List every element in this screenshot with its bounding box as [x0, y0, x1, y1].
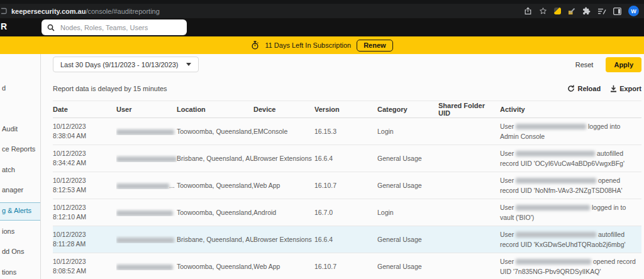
main-panel: Last 30 Days (9/11/2023 - 10/13/2023) Re… [41, 54, 644, 279]
redacted-user-email [116, 265, 173, 270]
export-button[interactable]: Export [610, 85, 641, 92]
cell-version: 16.10.7 [314, 182, 377, 189]
cell-activity: User autofilled record UID 'KxGDwSeUhdTQ… [500, 229, 641, 250]
column-header-date[interactable]: Date [53, 106, 116, 113]
cell-date: 10/12/20238:34:42 AM [53, 149, 116, 168]
reload-button[interactable]: Reload [567, 85, 601, 92]
cell-user: ... [116, 182, 177, 189]
global-search[interactable] [42, 19, 187, 35]
sidebar-item[interactable]: atch [2, 166, 15, 173]
table-row[interactable]: 10/12/20238:38:04 AMToowoomba, Queenslan… [53, 118, 641, 145]
filter-row: Last 30 Days (9/11/2023 - 10/13/2023) Re… [53, 56, 641, 73]
cell-user: u [116, 155, 177, 162]
table-row[interactable]: 10/12/20238:12:53 AM...Toowoomba, Queens… [53, 172, 641, 199]
url-domain: keepersecurity.com.au [11, 8, 86, 15]
cell-device: Browser Extensions [253, 155, 314, 162]
delay-notice: Report data is delayed by 15 minutes [53, 85, 167, 92]
cell-location: Toowoomba, Queensland, AU [177, 128, 253, 135]
cell-category: General Usage [377, 182, 438, 189]
reading-list-icon[interactable] [597, 8, 606, 15]
renew-button[interactable]: Renew [357, 40, 392, 52]
cell-device: Web App [253, 263, 314, 270]
cell-version: 16.15.3 [314, 128, 377, 135]
search-icon [47, 24, 55, 31]
sidebar-item[interactable]: anager [2, 186, 23, 194]
subscription-message: 11 Days Left In Subscription [265, 41, 351, 49]
redacted-activity-user [516, 151, 595, 156]
cell-location: Brisbane, Queensland, AU [177, 155, 253, 162]
table-row[interactable]: 10/12/20238:12:10 AMToowoomba, Queenslan… [53, 199, 641, 226]
cell-activity: User autofilled record UID 'OCyI6VuCw4aB… [500, 148, 641, 169]
cell-activity: User opened record UID '7n835NG-Pbv9QRDS… [500, 256, 641, 277]
url-path: /console/#auditreporting [86, 8, 159, 15]
pen-extension-icon[interactable] [568, 8, 575, 15]
redacted-activity-user [516, 205, 590, 211]
bookmark-star-icon[interactable] [539, 7, 547, 15]
cell-category: General Usage [377, 263, 438, 270]
column-header-shared-folder-uid[interactable]: Shared Folder UID [438, 102, 500, 117]
notice-row: Report data is delayed by 15 minutes Rel… [53, 84, 641, 94]
sidebar-item[interactable]: Audit [2, 125, 18, 133]
sidebar-item[interactable]: dd Ons [2, 248, 24, 255]
cell-device: Android [253, 209, 314, 216]
side-panel-icon[interactable] [613, 8, 621, 15]
share-icon[interactable] [524, 7, 532, 15]
sidebar-item[interactable]: ce Reports [2, 145, 35, 153]
cell-location: Toowoomba, Queensland, AU [177, 209, 253, 216]
cell-version: 16.7.0 [314, 209, 377, 216]
column-header-category[interactable]: Category [377, 106, 438, 113]
column-header-user[interactable]: User [116, 106, 177, 113]
table-row[interactable]: 10/12/20238:08:52 AMToowoomba, Queenslan… [53, 253, 641, 279]
browser-address-bar: keepersecurity.com.au/console/#auditrepo… [0, 0, 644, 18]
reload-icon [567, 85, 575, 92]
cell-version: 16.6.4 [314, 155, 377, 162]
table-body: 10/12/20238:38:04 AMToowoomba, Queenslan… [53, 118, 641, 279]
site-info-icon[interactable] [1, 8, 8, 14]
search-input[interactable] [59, 23, 181, 32]
table-row[interactable]: 10/12/20238:34:42 AMuBrisbane, Queenslan… [53, 145, 641, 172]
sidebar-item[interactable]: g & Alerts [2, 207, 31, 214]
date-range-label: Last 30 Days (9/11/2023 - 10/13/2023) [60, 61, 179, 68]
cell-user [116, 128, 177, 135]
keeper-extension-icon[interactable] [554, 8, 561, 14]
redacted-user-email [116, 183, 169, 189]
apply-button[interactable]: Apply [606, 57, 641, 72]
redacted-user-email [116, 129, 174, 135]
cell-date: 10/12/20238:08:52 AM [53, 257, 116, 276]
column-header-location[interactable]: Location [177, 106, 253, 113]
redacted-user-email [116, 156, 177, 162]
column-header-version[interactable]: Version [314, 106, 377, 113]
cell-category: Login [377, 128, 438, 135]
cell-location: Toowoomba, Queensland, AU [177, 263, 253, 270]
redacted-activity-user [516, 124, 586, 129]
cell-user [116, 236, 177, 243]
redacted-activity-user [516, 178, 596, 183]
date-range-dropdown[interactable]: Last 30 Days (9/11/2023 - 10/13/2023) [53, 57, 199, 72]
cell-activity: User logged in to vault ('BIO') [500, 202, 641, 223]
audit-table: Date User Location Device Version Catego… [53, 101, 641, 279]
browser-profile-avatar[interactable]: W [628, 6, 639, 16]
cell-user [116, 263, 177, 270]
sidebar-item[interactable]: ions [2, 227, 14, 235]
timer-icon [251, 41, 259, 50]
cell-device: EMConsole [253, 128, 314, 135]
sidebar-item[interactable]: tions [2, 268, 16, 276]
sidebar-item[interactable]: d [2, 84, 6, 92]
url-text[interactable]: keepersecurity.com.au/console/#auditrepo… [11, 8, 160, 15]
cell-version: 16.6.4 [314, 236, 377, 243]
extensions-puzzle-icon[interactable] [582, 7, 591, 15]
reset-button[interactable]: Reset [568, 58, 601, 72]
cell-version: 16.10.7 [314, 263, 377, 270]
column-header-device[interactable]: Device [253, 106, 314, 113]
cell-device: Browser Extensions [253, 236, 314, 243]
cell-date: 10/12/20238:11:28 AM [53, 230, 116, 249]
table-row[interactable]: 10/12/20238:11:28 AMBrisbane, Queensland… [53, 226, 641, 253]
export-download-icon [610, 85, 617, 92]
cell-date: 10/12/20238:38:04 AM [53, 122, 116, 141]
cell-date: 10/12/20238:12:10 AM [53, 203, 116, 222]
cell-date: 10/12/20238:12:53 AM [53, 176, 116, 195]
cell-activity: User opened record UID 'NoNfm-VAv3-2NZgT… [500, 175, 641, 196]
table-header-row: Date User Location Device Version Catego… [53, 101, 641, 118]
chevron-down-icon [186, 63, 191, 66]
column-header-activity[interactable]: Activity [500, 106, 641, 113]
